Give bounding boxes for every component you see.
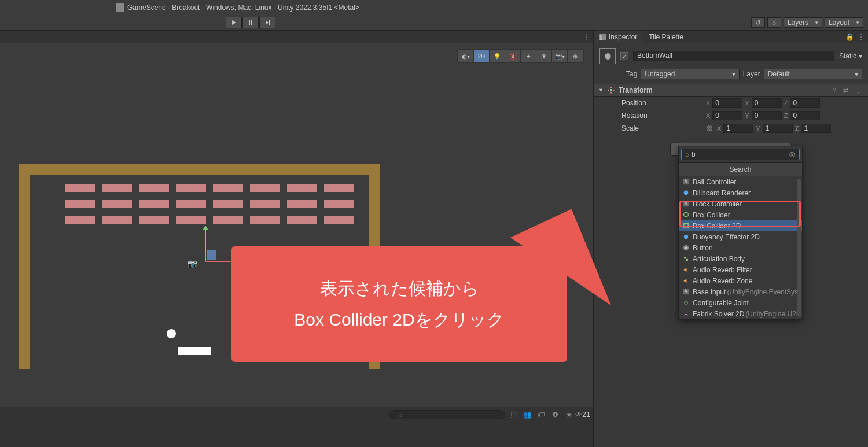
rotation-row: Rotation X0Y0Z0 [594,109,868,122]
console-icon-4[interactable]: ❶ [549,410,561,419]
play-controls [226,17,275,28]
gizmos-toggle[interactable]: ⊕ [568,50,583,62]
help-icon[interactable]: ? [831,87,838,94]
transform-header[interactable]: ▼ Transform ? ⇄ ⋮ [594,84,868,97]
console-toolbar: ⬚ 👥 🏷 ❶ ★ 👁21 [389,410,589,419]
gizmo-y-axis[interactable] [205,226,206,261]
svg-point-6 [684,235,688,239]
component-item[interactable]: Buoyancy Effector 2D [679,231,802,242]
pos-z-input[interactable]: 0 [790,98,820,108]
tab-inspector[interactable]: ℹInspector [594,31,643,43]
component-item[interactable]: Billboard Renderer [679,187,802,198]
rot-y-input[interactable]: 0 [752,111,782,120]
scale-z-input[interactable]: 1 [801,124,831,133]
svg-text:#: # [684,288,688,294]
fold-icon[interactable]: ▼ [598,87,604,93]
component-list[interactable]: #Ball ControllerBillboard Renderer#Block… [679,176,802,319]
tag-layer-row: Tag Untagged▾ Layer Default▾ [594,69,868,84]
transform-icon [607,86,615,94]
undo-history-icon[interactable]: ↺ [751,17,765,28]
svg-text:#: # [684,200,688,206]
visibility-toggle[interactable]: 👁 [536,50,551,62]
component-item[interactable]: #Block Controller [679,198,802,209]
lock-icon[interactable]: 🔒 [845,33,854,41]
scale-row: Scale ⛓ X1Y1Z1 [594,122,868,135]
component-item[interactable]: Box Collider [679,209,802,220]
scale-x-input[interactable]: 1 [723,124,753,133]
rot-z-input[interactable]: 0 [790,111,820,120]
constrain-icon[interactable]: ⛓ [706,125,712,132]
info-icon: ℹ [599,34,606,40]
component-item[interactable]: Fabrik Solver 2D(UnityEngine.U2D. [679,308,802,319]
2d-toggle[interactable]: 2D [474,50,489,62]
console-search-input[interactable] [389,410,505,419]
component-item[interactable]: Configurable Joint [679,297,802,308]
pos-y-input[interactable]: 0 [752,98,782,108]
gameobject-icon[interactable] [599,48,616,64]
scene-view-toolbar: ◐▾ 2D 💡 🔇 ✦ 👁 📷▾ ⊕ [457,49,584,63]
brick-grid [65,184,363,232]
draw-mode-button[interactable]: ◐▾ [458,50,473,62]
position-row: Position X0Y0Z0 [594,97,868,109]
callout-line2: Box Collider 2Dをクリック [294,304,504,335]
pos-x-input[interactable]: 0 [712,98,742,108]
step-button[interactable] [259,17,275,28]
component-item[interactable]: Button [679,242,802,253]
inspector-tabs: ℹInspector Tile Palette 🔒 ⋮ [594,31,868,43]
hidden-count[interactable]: 👁21 [577,410,589,419]
console-icon-3[interactable]: 🏷 [535,410,547,419]
component-search-input[interactable] [692,150,786,158]
console-icon-2[interactable]: 👥 [521,410,533,419]
gizmo-xy-plane[interactable] [207,250,216,260]
console-icon-1[interactable]: ⬚ [507,410,519,419]
search-icon[interactable]: ⌕ [767,17,781,28]
component-item[interactable]: Audio Reverb Filter [679,264,802,275]
component-item[interactable]: Audio Reverb Zone [679,275,802,286]
toolbar-right: ↺ ⌕ Layers Layout [751,17,863,28]
inspector-menu-icon[interactable]: ⋮ [858,33,865,41]
layout-dropdown[interactable]: Layout [825,17,863,28]
callout-line1: 表示された候補から [320,273,479,304]
audio-toggle[interactable]: 🔇 [505,50,520,62]
static-dropdown[interactable]: Static▾ [839,52,862,60]
panel-menu-icon[interactable]: ⋮ [583,33,590,41]
tag-label: Tag [626,70,637,78]
component-item[interactable]: Articulation Body [679,253,802,264]
window-titlebar: GameScene - Breakout - Windows, Mac, Lin… [0,0,868,14]
pause-button[interactable] [242,17,259,28]
svg-point-8 [685,247,687,249]
clear-search-icon[interactable]: ⊗ [789,150,796,159]
main-toolbar: ↺ ⌕ Layers Layout [0,14,868,31]
camera-toggle[interactable]: 📷▾ [552,50,567,62]
console-panel: ⬚ 👥 🏷 ❶ ★ 👁21 [0,407,593,447]
fx-toggle[interactable]: ✦ [521,50,536,62]
layer-dropdown[interactable]: Default▾ [764,69,862,79]
component-item[interactable]: Box Collider 2D [679,220,802,231]
paddle-sprite [178,347,211,355]
scrollbar[interactable] [797,179,801,317]
preset-icon[interactable]: ⇄ [841,87,850,94]
component-item[interactable]: #Base Input(UnityEngine.EventSyste [679,286,802,297]
lighting-toggle[interactable]: 💡 [490,50,505,62]
tab-tile-palette[interactable]: Tile Palette [643,31,689,43]
camera-icon: 📷 [187,259,197,268]
component-item[interactable]: #Ball Controller [679,176,802,187]
component-search[interactable]: ⌕ ⊗ [681,149,800,160]
console-icon-5[interactable]: ★ [563,410,575,419]
svg-rect-5 [684,224,688,228]
layers-dropdown[interactable]: Layers [784,17,822,28]
scene-panel: ⋮ ◐▾ 2D 💡 🔇 ✦ 👁 📷▾ ⊕ [0,31,593,447]
svg-point-0 [610,89,612,91]
component-menu-icon[interactable]: ⋮ [854,87,863,94]
scale-y-input[interactable]: 1 [763,124,793,133]
window-title: GameScene - Breakout - Windows, Mac, Lin… [127,3,359,12]
tag-dropdown[interactable]: Untagged▾ [641,69,739,79]
active-checkbox[interactable]: ✓ [620,52,628,60]
ball-sprite [167,329,176,338]
play-button[interactable] [226,17,242,28]
component-title: Transform [619,86,827,94]
object-name-input[interactable]: BottomWall [633,51,834,61]
rot-x-input[interactable]: 0 [712,111,742,120]
annotation-callout: 表示された候補から Box Collider 2Dをクリック [231,246,567,362]
transform-gizmo[interactable] [191,250,237,297]
